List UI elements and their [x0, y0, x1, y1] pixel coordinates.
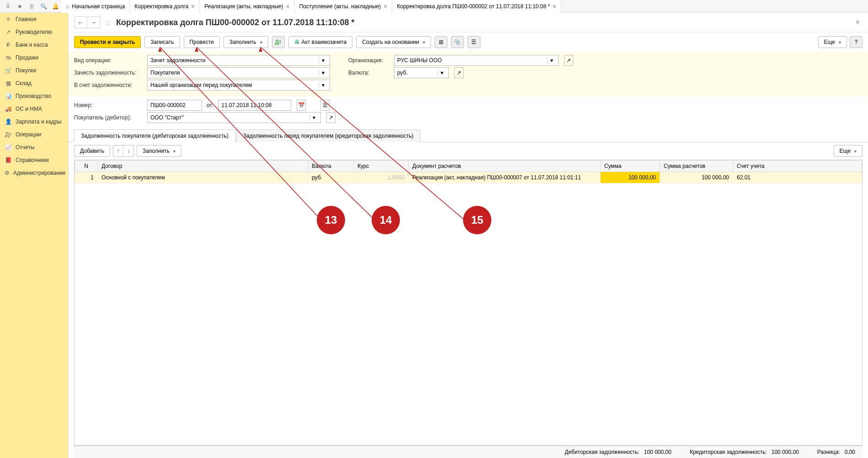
- forward-button[interactable]: →: [87, 17, 100, 28]
- col-n[interactable]: N: [75, 161, 98, 172]
- dtkt-button[interactable]: Дт: [272, 36, 285, 48]
- number-input[interactable]: ПШ00-000002: [147, 100, 202, 111]
- dropdown-icon[interactable]: ▾: [319, 82, 327, 88]
- sidebar-label: Справочники: [16, 157, 49, 163]
- open-currency-button[interactable]: ↗: [454, 67, 463, 78]
- close-document-button[interactable]: ×: [853, 18, 863, 27]
- sidebar-item-main[interactable]: ≡Главное: [0, 13, 68, 26]
- move-down-button[interactable]: ↓: [123, 145, 133, 156]
- sidebar-item-catalogs[interactable]: 📕Справочники: [0, 154, 68, 167]
- back-button[interactable]: ←: [75, 17, 87, 28]
- number-value: ПШ00-000002: [150, 102, 186, 108]
- close-icon[interactable]: ×: [383, 3, 387, 10]
- dropdown-icon[interactable]: ▾: [319, 70, 327, 76]
- tab-debt-adj[interactable]: Корректировка долга ×: [130, 0, 200, 13]
- sidebar-item-sales[interactable]: 🛍Продажи: [0, 51, 68, 64]
- table-row[interactable]: 1 Основной с покупателем руб. 1,0000 Реа…: [75, 172, 862, 183]
- report-icon: 📈: [5, 144, 12, 151]
- act-label: Акт взаимозачета: [302, 39, 347, 45]
- open-org-button[interactable]: ↗: [564, 55, 573, 66]
- save-button[interactable]: Записать: [144, 36, 180, 48]
- col-contract[interactable]: Договор: [98, 161, 308, 172]
- buyer-label: Покупатель (дебитор):: [74, 114, 143, 121]
- col-account[interactable]: Счет учета: [733, 161, 862, 172]
- dropdown-icon[interactable]: ▾: [547, 57, 555, 64]
- bell-icon[interactable]: 🔔: [49, 0, 61, 12]
- date-extra-button[interactable]: ☰: [320, 100, 330, 111]
- op-type-select[interactable]: Зачет задолженности ▾: [147, 55, 330, 66]
- bars-icon: 📊: [5, 93, 12, 99]
- act-button[interactable]: 🖶Акт взаимозачета: [288, 36, 353, 48]
- star-icon[interactable]: ★: [14, 0, 26, 12]
- post-and-close-button[interactable]: Провести и закрыть: [74, 36, 141, 48]
- org-select[interactable]: РУС ШИНЫ ООО ▾: [394, 55, 559, 66]
- tab-label: Корректировка долга: [134, 3, 188, 10]
- more-button[interactable]: Еще: [818, 36, 847, 48]
- create-based-button[interactable]: Создать на основании: [356, 36, 431, 48]
- table-more-button[interactable]: Еще: [834, 145, 863, 157]
- post-button[interactable]: Провести: [184, 36, 220, 48]
- list-button[interactable]: ☰: [468, 36, 480, 48]
- table-container: N Договор Валюта Курс Документ расчетов …: [74, 160, 863, 446]
- move-up-button[interactable]: ↑: [113, 145, 123, 156]
- tab-label: Поступление (акты, накладные): [299, 3, 381, 10]
- callout-marker-14: 14: [372, 206, 400, 234]
- sidebar-label: Производство: [16, 93, 51, 99]
- col-calc-amount[interactable]: Сумма расчетов: [660, 161, 733, 172]
- sidebar-item-operations[interactable]: ДтОперации: [0, 128, 68, 141]
- open-buyer-button[interactable]: ↗: [326, 112, 335, 123]
- search-icon[interactable]: 🔍: [37, 0, 49, 12]
- sidebar-label: Администрирование: [13, 170, 65, 176]
- dropdown-icon[interactable]: ▾: [309, 114, 318, 121]
- sidebar-item-bank[interactable]: ₽Банк и касса: [0, 38, 68, 51]
- buyer-select[interactable]: ООО "Старт" ▾: [147, 112, 321, 123]
- structure-button[interactable]: ⊞: [435, 36, 447, 48]
- against-select[interactable]: Нашей организации перед покупателем ▾: [147, 80, 330, 91]
- tab-receipt[interactable]: Поступление (акты, накладные) ×: [295, 0, 393, 13]
- sidebar-item-production[interactable]: 📊Производство: [0, 90, 68, 102]
- col-currency[interactable]: Валюта: [308, 161, 354, 172]
- add-row-button[interactable]: Добавить: [74, 145, 110, 157]
- close-icon[interactable]: ×: [553, 3, 556, 10]
- tab-debit[interactable]: Задолженность покупателя (дебиторская за…: [74, 129, 235, 142]
- form-highlighted-area: Вид операции: Зачет задолженности ▾ Орга…: [69, 52, 868, 97]
- col-amount[interactable]: Сумма: [601, 161, 660, 172]
- attach-button[interactable]: 📎: [451, 36, 464, 48]
- col-doc[interactable]: Документ расчетов: [409, 161, 601, 172]
- sidebar-label: Главное: [16, 16, 37, 22]
- clipboard-icon[interactable]: ⎘: [26, 0, 37, 12]
- col-rate[interactable]: Курс: [354, 161, 409, 172]
- tab-current-doc[interactable]: Корректировка долга ПШ00-000002 от 11.07…: [392, 0, 561, 13]
- favorite-star-icon[interactable]: ☆: [104, 17, 112, 28]
- calendar-button[interactable]: 📅: [297, 100, 306, 111]
- sidebar-item-salary[interactable]: 👤Зарплата и кадры: [0, 115, 68, 128]
- sidebar-item-manager[interactable]: ↗Руководителю: [0, 26, 68, 38]
- tab-home[interactable]: ⌂ Начальная страница: [61, 0, 130, 13]
- sidebar: ≡Главное ↗Руководителю ₽Банк и касса 🛍Пр…: [0, 13, 69, 458]
- date-input[interactable]: 11.07.2018 11:10:08: [218, 100, 291, 111]
- offset-select[interactable]: Покупателя ▾: [147, 67, 330, 78]
- sidebar-item-admin[interactable]: ⚙Администрирование: [0, 167, 68, 179]
- dropdown-icon[interactable]: ▾: [437, 70, 446, 76]
- tab-credit[interactable]: Задолженность перед покупателем (кредито…: [236, 129, 421, 142]
- currency-select[interactable]: руб. ▾: [394, 67, 449, 78]
- close-icon[interactable]: ×: [191, 3, 195, 10]
- tab-label: Начальная страница: [72, 3, 125, 10]
- dropdown-icon[interactable]: ▾: [319, 57, 327, 64]
- tab-realization[interactable]: Реализация (акты, накладные) ×: [200, 0, 294, 13]
- offset-label: Зачесть задолженность:: [74, 70, 143, 76]
- table-fill-button[interactable]: Заполнить: [137, 145, 181, 157]
- window-tabs: ⌂ Начальная страница Корректировка долга…: [61, 0, 561, 13]
- close-icon[interactable]: ×: [286, 3, 290, 10]
- cell-rate: 1,0000: [354, 172, 409, 183]
- fill-button[interactable]: Заполнить: [224, 36, 268, 48]
- apps-icon[interactable]: ⠿: [2, 0, 14, 12]
- sidebar-item-reports[interactable]: 📈Отчеты: [0, 141, 68, 154]
- cell-calc-amount: 100 000,00: [660, 172, 733, 183]
- offset-value: Покупателя: [150, 70, 319, 76]
- cell-n: 1: [75, 172, 98, 183]
- sidebar-item-purchases[interactable]: 🛒Покупки: [0, 64, 68, 77]
- sidebar-item-warehouse[interactable]: ▦Склад: [0, 77, 68, 90]
- help-button[interactable]: ?: [850, 36, 863, 48]
- sidebar-item-assets[interactable]: 🚚ОС и НМА: [0, 102, 68, 115]
